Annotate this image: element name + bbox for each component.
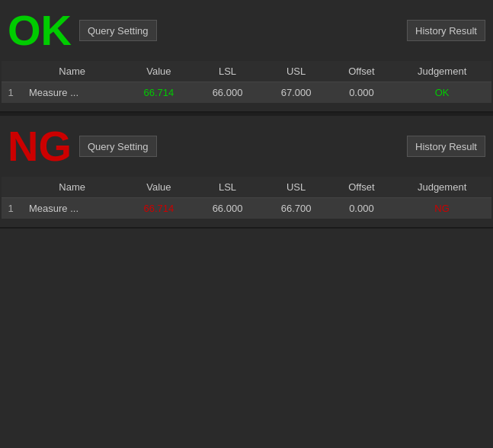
ng-col-judgement: Judgement: [392, 177, 491, 198]
ok-row-num: 1: [2, 82, 20, 104]
ng-history-result-button[interactable]: History Result: [407, 136, 485, 157]
ng-table-container: Name Value LSL USL Offset Judgement 1 Me…: [2, 177, 491, 219]
ok-table: Name Value LSL USL Offset Judgement 1 Me…: [2, 61, 491, 104]
ng-col-num: [2, 177, 20, 198]
ok-col-judgement: Judgement: [392, 61, 491, 82]
ng-row-offset: 0.000: [331, 198, 393, 219]
ok-section-header: OK Query Setting History Result: [0, 0, 493, 61]
ok-col-name: Name: [20, 61, 124, 82]
ok-col-lsl: LSL: [193, 61, 261, 82]
ng-col-offset: Offset: [331, 177, 393, 198]
ok-col-usl: USL: [262, 61, 331, 82]
ok-col-value: Value: [124, 61, 193, 82]
ng-header-buttons: Query Setting History Result: [79, 136, 485, 157]
ok-row-value: 66.714: [124, 82, 193, 104]
ok-row-offset: 0.000: [331, 82, 393, 104]
ng-col-value: Value: [124, 177, 193, 198]
ok-col-offset: Offset: [331, 61, 393, 82]
ng-row-name: Measure ...: [20, 198, 124, 219]
ng-col-name: Name: [20, 177, 124, 198]
ok-table-container: Name Value LSL USL Offset Judgement 1 Me…: [2, 61, 491, 104]
ok-history-result-button[interactable]: History Result: [407, 20, 485, 41]
ok-query-setting-button[interactable]: Query Setting: [79, 20, 157, 41]
ng-col-usl: USL: [262, 177, 331, 198]
ok-row-judgement: OK: [392, 82, 491, 104]
ok-table-header-row: Name Value LSL USL Offset Judgement: [2, 61, 491, 82]
ng-query-setting-button[interactable]: Query Setting: [79, 136, 157, 157]
ok-row-lsl: 66.000: [193, 82, 261, 104]
ok-status-label: OK: [8, 9, 72, 52]
table-row: 1 Measure ... 66.714 66.000 66.700 0.000…: [2, 198, 491, 219]
ng-section-header: NG Query Setting History Result: [0, 116, 493, 177]
ng-col-lsl: LSL: [193, 177, 261, 198]
ok-header-buttons: Query Setting History Result: [79, 20, 485, 41]
ok-row-name: Measure ...: [20, 82, 124, 104]
ng-row-num: 1: [2, 198, 20, 219]
ok-row-usl: 67.000: [262, 82, 331, 104]
ok-col-num: [2, 61, 20, 82]
table-row: 1 Measure ... 66.714 66.000 67.000 0.000…: [2, 82, 491, 104]
ng-row-judgement: NG: [392, 198, 491, 219]
ng-status-label: NG: [8, 125, 72, 168]
ng-row-usl: 66.700: [262, 198, 331, 219]
ng-table-header-row: Name Value LSL USL Offset Judgement: [2, 177, 491, 198]
ok-section: OK Query Setting History Result Name Val…: [0, 0, 493, 113]
ng-table: Name Value LSL USL Offset Judgement 1 Me…: [2, 177, 491, 219]
ng-section: NG Query Setting History Result Name Val…: [0, 116, 493, 229]
ng-row-lsl: 66.000: [193, 198, 261, 219]
ng-row-value: 66.714: [124, 198, 193, 219]
